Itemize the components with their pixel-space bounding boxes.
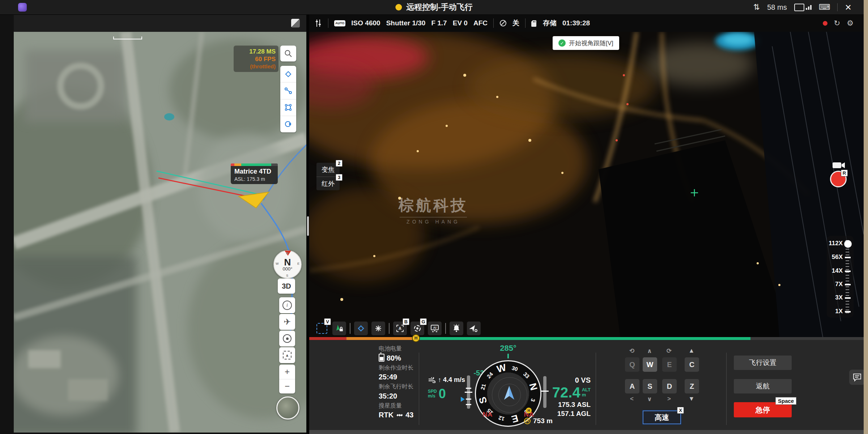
map-info-button[interactable]: i [279,297,295,313]
scale-bar [113,37,142,39]
flight-time-value: 35:20 [379,391,413,401]
latency-value: 58 ms [767,3,787,12]
spotlight-button[interactable] [371,322,385,335]
divider [389,323,390,334]
divider [445,323,446,334]
record-button[interactable]: R [830,171,847,187]
zoom-level-112x[interactable]: 112X [827,240,843,247]
follow-toast: ✓ 开始视角跟随[V] [553,36,619,50]
polygon-tool-button[interactable] [280,99,296,116]
shutter-value[interactable]: Shutter 1/30 [386,19,426,27]
search-icon [284,50,292,58]
camcorder-icon[interactable] [832,161,846,169]
tiny-e: E [297,262,299,265]
mic-off-icon [499,20,507,27]
storage-time: 01:39:28 [562,19,590,27]
waypoint-tool-button[interactable] [280,66,296,82]
home-point-marker: H [412,334,420,342]
iso-value[interactable]: ISO 4600 [351,19,380,27]
gear-icon[interactable]: ⚙ [847,19,854,27]
na-left: NA [482,410,492,418]
left-icon: < [625,395,639,403]
cursor-lock-icon [335,324,344,333]
home-distance-row: H 753 m [524,417,553,425]
speed-mode-button[interactable]: 高速 X [643,410,681,424]
tiny-w: W [276,262,279,265]
map-aircraft-button[interactable]: ✈ [279,314,295,330]
aperture-value[interactable]: F 1.7 [431,19,447,27]
home-distance: 753 m [533,417,553,425]
ai-monitor-icon: AI [430,324,439,333]
circle-tool-button[interactable] [280,116,296,132]
view-follow-button[interactable]: V [315,322,329,335]
ev-value[interactable]: EV 0 [453,19,468,27]
key-a[interactable]: A [625,379,639,393]
app-icon[interactable] [18,3,27,12]
estop-hotkey-badge: Space [775,397,796,405]
zoom-level-56x[interactable]: 56X [827,254,843,261]
gimbal-center-button[interactable]: G [410,322,424,335]
key-c[interactable]: C [685,357,699,372]
battery-value: 80% [387,354,401,362]
alert-button[interactable] [450,322,463,335]
map-locate-button[interactable] [279,331,295,346]
ir-lens-button[interactable]: 红外 3 [316,176,340,190]
key-z[interactable]: Z [685,379,699,393]
ai-detect-button[interactable]: A B [393,322,407,335]
adjustments-icon[interactable] [314,19,322,27]
fpv-video-feed[interactable]: ✓ 开始视角跟随[V] 变焦 2 红外 3 棕航科技 ZONG HANG R 1… [309,32,864,337]
drone-info-card[interactable]: Matrice 4TD ASL: 175.3 m [231,163,278,184]
ai-monitor-button[interactable]: AI [428,322,442,335]
divider [493,18,494,28]
storage-label[interactable]: 存储 [543,18,557,28]
map-compass[interactable]: N 000° N E S W [273,250,302,278]
chat-button[interactable] [849,370,865,385]
auto-exposure-icon[interactable]: AUTO [334,20,345,26]
aircraft-arrow-icon [502,385,516,401]
key-d[interactable]: D [662,379,677,393]
key-e[interactable]: E [662,357,677,372]
waypoint-marker-button[interactable] [354,322,368,335]
altitude-value: 72.4 [552,385,580,400]
map-layer-toggle-icon[interactable] [291,19,300,27]
zoom-in-button[interactable]: + [279,365,295,379]
record-indicator-icon [823,21,827,26]
zoom-slider-knob[interactable] [844,240,852,248]
map-view[interactable]: 17.28 MS 60 FPS (throttled) [14,32,306,433]
refresh-icon[interactable]: ↻ [834,19,841,27]
mic-state[interactable]: 关 [512,18,519,28]
map-center-drone-button[interactable]: ▲ [279,347,295,363]
key-w[interactable]: W [643,357,657,372]
divider [596,353,596,425]
map-basemap-thumbnail[interactable] [276,396,299,420]
focus-mode[interactable]: AFC [473,19,488,27]
zoom-level-7x[interactable]: 7X [827,281,843,288]
return-home-button[interactable]: 返航 [734,379,792,393]
key-s[interactable]: S [643,379,657,393]
flight-settings-button[interactable]: 飞行设置 [734,356,792,370]
zoom-level-1x[interactable]: 1X [827,308,843,315]
zoom-level-3x[interactable]: 3X [827,294,843,301]
screen-share-icon[interactable] [794,4,812,11]
gimbal-pitch-slider[interactable] [467,375,470,409]
zoom-out-button[interactable]: − [279,379,295,394]
divider [328,18,328,28]
vertical-speed: 0 VS [533,376,591,384]
status-dot-icon [395,4,402,10]
watermark-en: ZONG HANG [395,219,471,225]
work-time-label: 剩余作业时长 [379,364,413,372]
gimbal-pitch-pointer [461,397,465,402]
zoom-level-14x[interactable]: 14X [827,267,843,275]
polyline-tool-button[interactable] [280,82,296,99]
panel-divider-handle[interactable] [307,216,309,236]
keyboard-icon[interactable]: ⌨ [819,3,830,11]
key-q[interactable]: Q [625,357,639,372]
cursor-lock-button[interactable] [332,322,346,335]
map-search-button[interactable] [280,46,296,61]
rtk-label: RTK [379,411,393,419]
navigate-button[interactable] [467,322,481,335]
map-3d-button[interactable]: 3D [278,278,295,294]
left-rail [0,14,14,434]
close-window-button[interactable]: × [845,1,851,13]
drone-asl: ASL: 175.3 m [231,175,278,182]
